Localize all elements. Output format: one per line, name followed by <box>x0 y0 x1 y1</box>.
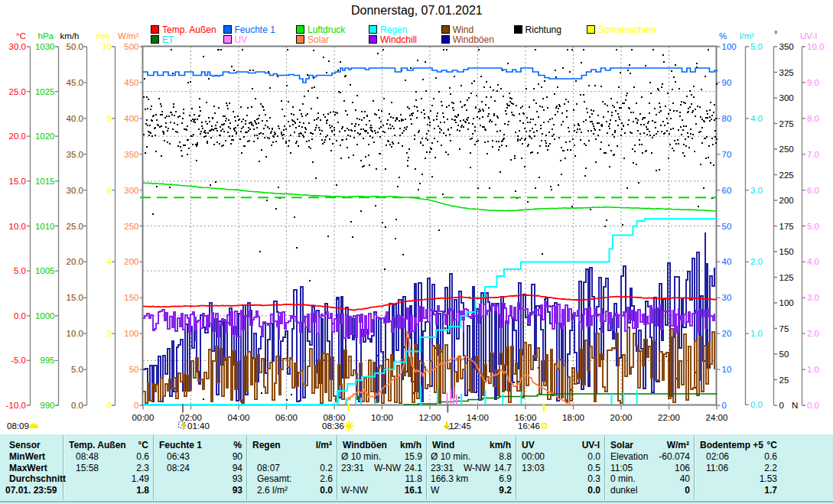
svg-text:4.0: 4.0 <box>807 257 819 266</box>
svg-text:1010: 1010 <box>35 222 55 231</box>
svg-text:1030: 1030 <box>35 42 55 51</box>
svg-text:7.0: 7.0 <box>807 150 819 159</box>
svg-text:100: 100 <box>779 298 794 307</box>
svg-text:2.0: 2.0 <box>807 329 819 338</box>
svg-text:325: 325 <box>779 68 794 77</box>
svg-text:200: 200 <box>124 257 138 266</box>
svg-text:30: 30 <box>722 293 732 302</box>
svg-text:5.0: 5.0 <box>14 266 26 275</box>
svg-text:20: 20 <box>722 329 732 338</box>
svg-text:15.0: 15.0 <box>67 293 83 302</box>
svg-text:4.0: 4.0 <box>750 114 763 123</box>
svg-text:24:00: 24:00 <box>706 413 728 422</box>
svg-text:25.0: 25.0 <box>9 87 26 96</box>
svg-text:275: 275 <box>779 119 794 128</box>
svg-text:-10.0: -10.0 <box>6 401 26 410</box>
svg-text:12:00: 12:00 <box>419 413 441 422</box>
svg-text:20:00: 20:00 <box>610 413 633 422</box>
svg-text:80: 80 <box>722 114 732 123</box>
svg-text:70: 70 <box>722 150 732 159</box>
svg-text:00:00: 00:00 <box>132 413 155 422</box>
svg-text:6: 6 <box>107 186 112 195</box>
svg-text:W/m²: W/m² <box>118 31 139 41</box>
svg-text:10.0: 10.0 <box>67 329 83 338</box>
svg-text:min: min <box>96 31 110 41</box>
svg-text:25: 25 <box>779 376 789 385</box>
svg-text:125: 125 <box>779 273 794 282</box>
svg-text:10.0: 10.0 <box>9 222 26 231</box>
svg-text:995: 995 <box>40 356 54 365</box>
svg-text:175: 175 <box>779 222 794 231</box>
svg-text:40.0: 40.0 <box>67 114 83 123</box>
svg-text:100: 100 <box>124 329 138 338</box>
svg-text:1.0: 1.0 <box>807 365 819 374</box>
svg-text:300: 300 <box>124 186 138 195</box>
svg-text:150: 150 <box>124 293 138 302</box>
svg-text:18:00: 18:00 <box>562 413 584 422</box>
svg-text:5.0: 5.0 <box>71 365 83 374</box>
svg-text:50: 50 <box>129 365 139 374</box>
svg-text:06:00: 06:00 <box>275 413 298 422</box>
svg-text:250: 250 <box>124 222 138 231</box>
svg-text:10: 10 <box>102 42 112 51</box>
svg-text:1015: 1015 <box>35 177 55 186</box>
svg-text:5.0: 5.0 <box>807 222 819 231</box>
svg-text:1020: 1020 <box>35 132 55 141</box>
svg-text:3.0: 3.0 <box>750 186 763 195</box>
svg-text:50: 50 <box>779 350 789 359</box>
svg-text:300: 300 <box>779 93 794 102</box>
svg-text:30.0: 30.0 <box>9 42 26 51</box>
svg-text:8.0: 8.0 <box>807 114 819 123</box>
svg-text:30.0: 30.0 <box>67 186 83 195</box>
svg-text:35.0: 35.0 <box>67 150 83 159</box>
svg-text:N: N <box>792 401 798 410</box>
svg-text:15.0: 15.0 <box>9 177 26 186</box>
svg-text:50: 50 <box>722 222 732 231</box>
svg-text:0.0: 0.0 <box>71 401 83 410</box>
svg-text:100: 100 <box>722 42 737 51</box>
svg-text:0: 0 <box>107 401 112 410</box>
svg-text:0: 0 <box>779 401 784 410</box>
svg-text:10.0: 10.0 <box>807 42 824 51</box>
svg-text:4: 4 <box>107 257 112 266</box>
svg-text:1.0: 1.0 <box>750 329 763 338</box>
svg-text:350: 350 <box>779 42 794 51</box>
svg-text:5.0: 5.0 <box>750 42 763 51</box>
svg-text:22:00: 22:00 <box>658 413 680 422</box>
svg-text:450: 450 <box>124 78 138 87</box>
svg-text:90: 90 <box>722 78 732 87</box>
svg-text:°C: °C <box>16 31 26 41</box>
svg-text:UV-I: UV-I <box>800 31 817 41</box>
svg-text:20.0: 20.0 <box>9 132 26 141</box>
svg-text:250: 250 <box>779 145 794 154</box>
svg-text:8: 8 <box>107 114 112 123</box>
svg-text:20.0: 20.0 <box>67 257 83 266</box>
svg-text:150: 150 <box>779 247 794 256</box>
svg-text:75: 75 <box>779 324 789 333</box>
svg-text:0: 0 <box>134 401 138 410</box>
svg-text:l/m²: l/m² <box>740 31 754 41</box>
svg-text:0.0: 0.0 <box>807 401 819 410</box>
svg-text:400: 400 <box>124 114 138 123</box>
svg-text:9.0: 9.0 <box>807 78 819 87</box>
svg-text:350: 350 <box>124 150 138 159</box>
svg-text:225: 225 <box>779 171 794 180</box>
svg-text:1005: 1005 <box>35 266 55 275</box>
svg-text:6.0: 6.0 <box>807 186 819 195</box>
svg-text:500: 500 <box>124 42 138 51</box>
svg-text:45.0: 45.0 <box>67 78 83 87</box>
svg-text:1000: 1000 <box>35 311 55 320</box>
svg-text:10:00: 10:00 <box>371 413 393 422</box>
svg-text:km/h: km/h <box>60 31 80 41</box>
svg-text:50.0: 50.0 <box>67 42 83 51</box>
svg-text:0.0: 0.0 <box>750 400 763 409</box>
svg-text:1025: 1025 <box>35 87 55 96</box>
svg-text:%: % <box>719 31 727 41</box>
svg-text:0.0: 0.0 <box>14 311 26 320</box>
svg-text:60: 60 <box>722 186 732 195</box>
svg-text:0: 0 <box>722 401 727 410</box>
svg-text:990: 990 <box>40 401 54 410</box>
svg-text:2.0: 2.0 <box>750 257 763 266</box>
svg-text:2: 2 <box>107 329 112 338</box>
svg-text:25.0: 25.0 <box>67 222 83 231</box>
